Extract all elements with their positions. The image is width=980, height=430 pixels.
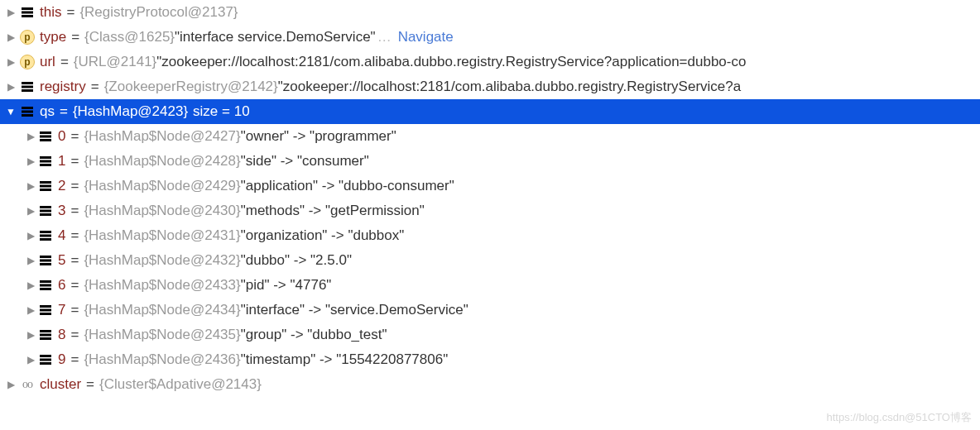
- svg-rect-0: [22, 7, 33, 10]
- variable-row[interactable]: ▶6={HashMap$Node@2433} "pid" -> "4776": [0, 273, 980, 298]
- svg-rect-37: [40, 359, 51, 361]
- variable-type: {ZookeeperRegistry@2142}: [104, 79, 278, 95]
- variable-value: "side" -> "consumer": [241, 153, 369, 170]
- svg-rect-34: [40, 334, 51, 337]
- variable-name: 7: [58, 302, 65, 318]
- variable-row[interactable]: ▼qs={HashMap@2423} size = 10: [0, 99, 980, 124]
- variable-row[interactable]: ▶ptype={Class@1625} "interface service.D…: [0, 25, 980, 50]
- variable-type: {Cluster$Adpative@2143}: [99, 376, 262, 393]
- chevron-right-icon[interactable]: ▶: [5, 379, 17, 390]
- svg-rect-25: [40, 260, 51, 262]
- variable-type: {HashMap$Node@2432}: [84, 252, 240, 269]
- watermark-text: https://blog.csdn@51CTO博客: [826, 410, 972, 425]
- svg-rect-16: [40, 185, 51, 188]
- variable-value: "zookeeper://localhost:2181/com.alibaba.…: [278, 79, 741, 95]
- variable-row[interactable]: ▶4={HashMap$Node@2431} "organization" ->…: [0, 223, 980, 248]
- variable-type: {HashMap$Node@2427}: [84, 128, 240, 145]
- svg-rect-9: [40, 131, 51, 134]
- chevron-right-icon[interactable]: ▶: [23, 230, 35, 241]
- equals-sign: =: [65, 302, 84, 318]
- variable-name: 8: [58, 327, 65, 343]
- chevron-right-icon[interactable]: ▶: [23, 304, 35, 316]
- variable-row[interactable]: ▶oocluster={Cluster$Adpative@2143}: [0, 372, 980, 397]
- variable-value: "owner" -> "programmer": [241, 128, 396, 145]
- variable-name: 3: [58, 203, 65, 219]
- chevron-right-icon[interactable]: ▶: [23, 280, 35, 291]
- svg-rect-21: [40, 231, 51, 233]
- variable-name: type: [40, 29, 66, 45]
- variable-row[interactable]: ▶8={HashMap$Node@2435} "group" -> "dubbo…: [0, 322, 980, 347]
- equals-sign: =: [65, 252, 84, 269]
- field-icon: [38, 203, 53, 218]
- variable-value: "application" -> "dubbo-consumer": [241, 178, 454, 194]
- svg-rect-26: [40, 263, 51, 265]
- variable-name: url: [40, 54, 55, 70]
- svg-rect-15: [40, 181, 51, 184]
- variable-name: 9: [58, 351, 65, 368]
- variable-value: "interface" -> "service.DemoService": [241, 302, 468, 318]
- svg-rect-8: [22, 114, 33, 117]
- variable-row[interactable]: ▶this={RegistryProtocol@2137}: [0, 0, 980, 25]
- chevron-right-icon[interactable]: ▶: [23, 131, 35, 142]
- variable-row[interactable]: ▶9={HashMap$Node@2436} "timestamp" -> "1…: [0, 347, 980, 372]
- variable-value: "methods" -> "getPermission": [241, 203, 425, 219]
- field-icon: [38, 327, 53, 342]
- chevron-right-icon[interactable]: ▶: [5, 7, 17, 18]
- variable-row[interactable]: ▶registry={ZookeeperRegistry@2142} "zook…: [0, 74, 980, 99]
- equals-sign: =: [65, 227, 84, 244]
- field-icon: [20, 5, 35, 20]
- svg-rect-1: [22, 12, 33, 14]
- parameter-icon: p: [20, 55, 35, 69]
- svg-rect-11: [40, 139, 51, 141]
- chevron-down-icon[interactable]: ▼: [5, 106, 17, 117]
- field-icon: [20, 104, 35, 119]
- chevron-right-icon[interactable]: ▶: [23, 180, 35, 192]
- variable-value: "organization" -> "dubbox": [241, 227, 405, 244]
- variable-row[interactable]: ▶purl={URL@2141} "zookeeper://localhost:…: [0, 50, 980, 74]
- variable-row[interactable]: ▶2={HashMap$Node@2429} "application" -> …: [0, 174, 980, 198]
- variable-type: {RegistryProtocol@2137}: [79, 4, 238, 21]
- variable-row[interactable]: ▶1={HashMap$Node@2428} "side" -> "consum…: [0, 149, 980, 174]
- variable-row[interactable]: ▶5={HashMap$Node@2432} "dubbo" -> "2.5.0…: [0, 248, 980, 273]
- equals-sign: =: [55, 103, 73, 120]
- svg-rect-2: [22, 15, 33, 17]
- chevron-right-icon[interactable]: ▶: [5, 56, 17, 68]
- variable-type: {Class@1625}: [84, 29, 175, 45]
- variable-row[interactable]: ▶7={HashMap$Node@2434} "interface" -> "s…: [0, 298, 980, 322]
- chevron-right-icon[interactable]: ▶: [23, 329, 35, 341]
- chevron-right-icon[interactable]: ▶: [23, 255, 35, 266]
- chevron-right-icon[interactable]: ▶: [23, 354, 35, 366]
- chevron-right-icon[interactable]: ▶: [23, 155, 35, 167]
- svg-rect-5: [22, 89, 33, 92]
- variable-type: {HashMap$Node@2428}: [84, 153, 240, 170]
- variable-row[interactable]: ▶0={HashMap$Node@2427} "owner" -> "progr…: [0, 124, 980, 149]
- svg-rect-22: [40, 235, 51, 237]
- field-icon: [38, 154, 53, 169]
- svg-rect-24: [40, 256, 51, 258]
- field-icon: [20, 79, 35, 94]
- chevron-right-icon[interactable]: ▶: [23, 205, 35, 217]
- svg-rect-27: [40, 280, 51, 283]
- variable-type: {HashMap$Node@2434}: [84, 302, 240, 318]
- svg-rect-17: [40, 189, 51, 191]
- variable-type: {HashMap$Node@2431}: [84, 227, 240, 244]
- svg-rect-18: [40, 206, 51, 208]
- field-icon: [38, 303, 53, 318]
- variable-type: {HashMap$Node@2430}: [84, 203, 240, 219]
- variable-row[interactable]: ▶3={HashMap$Node@2430} "methods" -> "get…: [0, 198, 980, 223]
- variable-value: "zookeeper://localhost:2181/com.alibaba.…: [156, 54, 746, 70]
- svg-rect-20: [40, 213, 51, 216]
- svg-rect-6: [22, 107, 33, 109]
- navigate-link[interactable]: Navigate: [393, 29, 454, 45]
- variable-type: {HashMap$Node@2433}: [84, 277, 240, 294]
- equals-sign: =: [65, 327, 84, 343]
- variable-name: cluster: [40, 376, 81, 393]
- svg-rect-32: [40, 313, 51, 315]
- chevron-right-icon[interactable]: ▶: [5, 31, 17, 43]
- svg-rect-38: [40, 362, 51, 365]
- chevron-right-icon[interactable]: ▶: [5, 81, 17, 93]
- field-icon: [38, 352, 53, 367]
- debugger-variables-tree[interactable]: ▶this={RegistryProtocol@2137}▶ptype={Cla…: [0, 0, 980, 397]
- equals-sign: =: [65, 277, 84, 294]
- field-icon: [38, 253, 53, 268]
